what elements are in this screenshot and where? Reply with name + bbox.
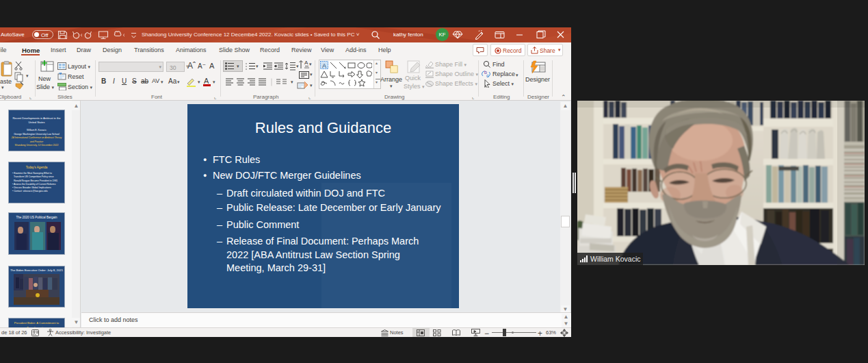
svg-text:A: A	[304, 60, 308, 66]
svg-text:c: c	[486, 73, 489, 78]
svg-text:A: A	[322, 62, 326, 69]
